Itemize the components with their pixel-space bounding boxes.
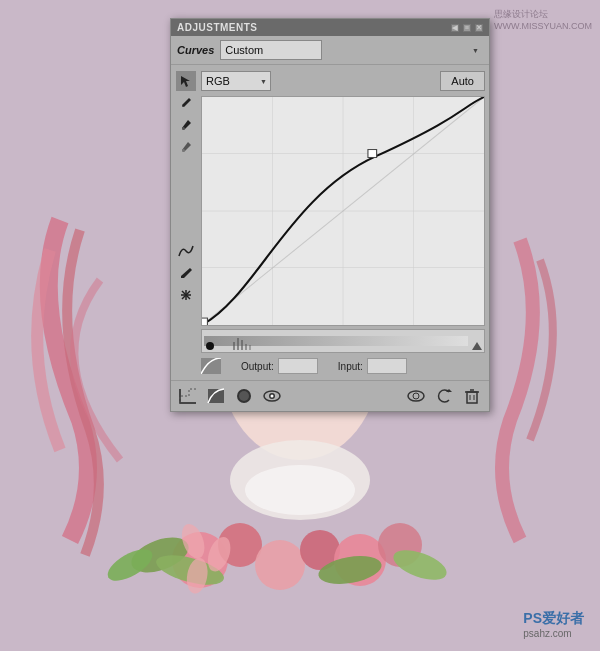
panel-titlebar: ADJUSTMENTS ◀ ≡ ✕ — [171, 19, 489, 36]
preset-select[interactable]: Custom Default Medium Contrast Strong Co… — [220, 40, 322, 60]
svg-rect-47 — [467, 392, 477, 403]
svg-rect-36 — [249, 345, 251, 350]
curves-header: Curves Custom Default Medium Contrast St… — [171, 36, 489, 65]
adjustments-panel: ADJUSTMENTS ◀ ≡ ✕ Curves Custom Default … — [170, 18, 490, 412]
pointer-tool[interactable] — [176, 71, 196, 91]
curve-thumbnail — [201, 358, 221, 374]
eyedropper-tool[interactable] — [176, 115, 196, 135]
eye-icon[interactable] — [261, 385, 283, 407]
ps-logo: PS爱好者 psahz.com — [523, 610, 584, 639]
svg-rect-30 — [368, 150, 377, 158]
chart-top-bar: RGB Red Green Blue Auto — [201, 69, 485, 93]
eyedropper-tool2[interactable] — [176, 137, 196, 157]
svg-point-3 — [255, 540, 305, 590]
svg-rect-35 — [245, 344, 247, 350]
close-button[interactable]: ✕ — [475, 24, 483, 32]
curves-svg — [202, 97, 484, 325]
svg-rect-33 — [237, 338, 239, 350]
svg-point-43 — [271, 395, 274, 398]
svg-point-40 — [239, 391, 249, 401]
refresh-icon[interactable] — [433, 385, 455, 407]
histogram-svg — [202, 330, 484, 354]
output-group: Output: — [241, 358, 318, 374]
watermark-site-name: 思缘设计论坛 — [494, 8, 592, 21]
input-group: Input: — [338, 358, 407, 374]
panel-body: RGB Red Green Blue Auto — [171, 65, 489, 380]
channel-select[interactable]: RGB Red Green Blue — [201, 71, 271, 91]
black-point-marker[interactable] — [206, 342, 214, 350]
input-field[interactable] — [367, 358, 407, 374]
bottom-icons-right — [405, 385, 483, 407]
svg-point-18 — [182, 149, 185, 152]
panel-title: ADJUSTMENTS — [177, 22, 258, 33]
navigate-icon[interactable] — [177, 385, 199, 407]
panel-menu-button[interactable]: ≡ — [463, 24, 471, 32]
ps-logo-text2: psahz.com — [523, 628, 584, 639]
chart-area: RGB Red Green Blue Auto — [201, 69, 485, 376]
watermark: 思缘设计论坛 WWW.MISSYUAN.COM — [494, 8, 592, 31]
panel-titlebar-buttons: ◀ ≡ ✕ — [451, 24, 483, 32]
svg-point-16 — [245, 465, 355, 515]
preset-select-wrapper: Custom Default Medium Contrast Strong Co… — [220, 40, 483, 60]
panel-bottom-toolbar — [171, 380, 489, 411]
svg-point-45 — [413, 393, 419, 399]
svg-rect-32 — [233, 342, 235, 350]
histogram-row — [201, 329, 485, 353]
visibility-icon[interactable] — [405, 385, 427, 407]
layer-icon[interactable] — [233, 385, 255, 407]
svg-point-17 — [182, 127, 185, 130]
output-label: Output: — [241, 361, 274, 372]
channel-select-wrapper: RGB Red Green Blue — [201, 71, 271, 91]
output-field[interactable] — [278, 358, 318, 374]
tools-sidebar — [175, 69, 197, 376]
curve-smooth-tool[interactable] — [176, 241, 196, 261]
bottom-icons-left — [177, 385, 283, 407]
white-point-marker[interactable] — [472, 342, 482, 350]
output-input-row: Output: Input: — [201, 356, 485, 376]
curve-display-icon — [201, 358, 221, 374]
svg-rect-34 — [241, 340, 243, 350]
auto-button[interactable]: Auto — [440, 71, 485, 91]
watermark-url: WWW.MISSYUAN.COM — [494, 21, 592, 31]
curves-label: Curves — [177, 44, 214, 56]
curve-icon[interactable] — [205, 385, 227, 407]
input-label: Input: — [338, 361, 363, 372]
svg-rect-31 — [202, 318, 207, 325]
delete-icon[interactable] — [461, 385, 483, 407]
ps-logo-text1: PS爱好者 — [523, 610, 584, 628]
curves-graph[interactable] — [201, 96, 485, 326]
pencil-draw-tool[interactable] — [176, 263, 196, 283]
collapse-button[interactable]: ◀ — [451, 24, 459, 32]
asterisk-tool[interactable] — [176, 285, 196, 305]
pencil-tool[interactable] — [176, 93, 196, 113]
